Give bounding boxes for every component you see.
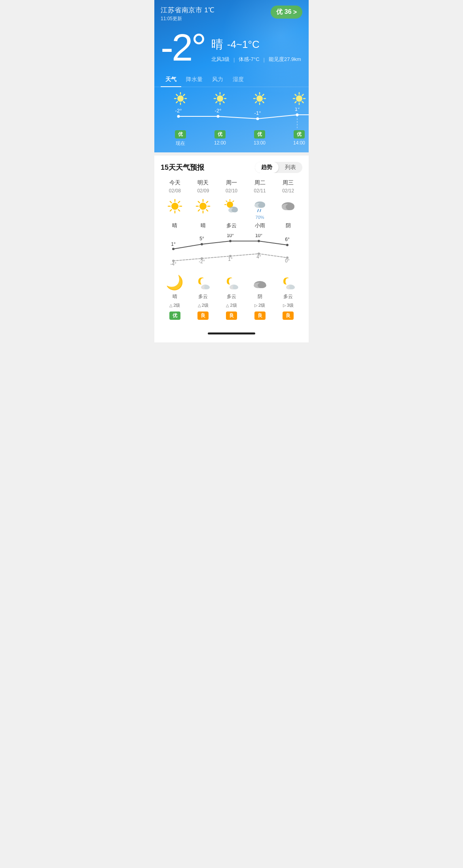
night-cond-4: 多云 bbox=[283, 293, 293, 300]
svg-point-27 bbox=[296, 95, 302, 102]
tab-precip[interactable]: 降水量 bbox=[181, 74, 207, 87]
temp-range: -4~1°C bbox=[227, 38, 260, 51]
wind-0: △ 2级 bbox=[169, 302, 180, 308]
svg-line-74 bbox=[198, 210, 200, 211]
day-label-0: 今天 bbox=[169, 179, 180, 186]
forecast-sun-icon-1 bbox=[194, 198, 212, 215]
svg-text:-2°: -2° bbox=[199, 259, 205, 264]
svg-line-87 bbox=[260, 209, 261, 212]
night-icon-0: 🌙 bbox=[166, 274, 184, 291]
svg-point-113 bbox=[204, 285, 210, 289]
day-date-3: 02/11 bbox=[254, 188, 266, 194]
svg-text:5°: 5° bbox=[199, 236, 204, 241]
svg-point-9 bbox=[217, 95, 223, 102]
svg-point-85 bbox=[258, 203, 265, 208]
wind-arrow-3: ▷ bbox=[254, 303, 258, 308]
svg-line-6 bbox=[184, 102, 185, 103]
day-label-3: 周二 bbox=[254, 179, 266, 186]
svg-line-65 bbox=[170, 210, 172, 211]
forecast-col-1: 明天 02/09 bbox=[189, 179, 218, 194]
day-date-1: 02/09 bbox=[197, 188, 209, 194]
svg-point-122 bbox=[289, 285, 295, 289]
svg-line-32 bbox=[295, 95, 296, 96]
wind-2: △ 2级 bbox=[226, 302, 237, 308]
quality-badge-0: 优 bbox=[169, 311, 180, 320]
cond-2: 多云 bbox=[226, 222, 237, 229]
night-conditions-row: 晴 多云 多云 阴 多云 bbox=[161, 293, 302, 300]
night-cond-2: 多云 bbox=[227, 293, 236, 300]
view-trend-btn[interactable]: 趋势 bbox=[255, 162, 279, 173]
svg-text:-2°: -2° bbox=[175, 108, 182, 114]
top-bar: 江苏省南京市 1℃ 11:05更新 优 36 > bbox=[154, 0, 309, 24]
svg-line-26 bbox=[256, 102, 257, 103]
night-icon-col-3 bbox=[246, 274, 274, 292]
hourly-temp-chart: -2° -2° -1° 1° 1° bbox=[161, 108, 309, 129]
svg-line-15 bbox=[223, 102, 224, 103]
forecast-partly-cloudy-icon bbox=[223, 198, 240, 215]
night-cloud-3 bbox=[251, 274, 269, 292]
night-icon-col-0: 🌙 bbox=[161, 274, 189, 292]
svg-point-52 bbox=[256, 118, 259, 120]
wind-4: ▷ 3级 bbox=[283, 302, 294, 308]
hourly-time-2: 13:00 bbox=[254, 140, 266, 147]
tab-wind[interactable]: 风力 bbox=[207, 74, 228, 87]
svg-line-63 bbox=[178, 210, 180, 211]
svg-text:-1°: -1° bbox=[254, 110, 261, 116]
wind-arrow-0: △ bbox=[169, 303, 173, 308]
wind-level-0: 2级 bbox=[173, 302, 180, 308]
svg-line-62 bbox=[170, 201, 172, 203]
svg-text:10°: 10° bbox=[255, 234, 262, 238]
condition-line: 晴 -4~1°C bbox=[211, 36, 301, 53]
bottom-bar bbox=[154, 329, 309, 342]
forecast-icon-col-3: 70% bbox=[246, 198, 274, 220]
svg-point-90 bbox=[286, 204, 294, 210]
forecast-section: 15天天气预报 趋势 列表 今天 02/08 明天 02/09 周一 02/10… bbox=[154, 156, 309, 329]
svg-text:-2°: -2° bbox=[215, 108, 222, 114]
day-label-1: 明天 bbox=[197, 179, 209, 186]
svg-point-97 bbox=[201, 243, 203, 245]
day-date-4: 02/12 bbox=[282, 188, 294, 194]
view-list-btn[interactable]: 列表 bbox=[279, 162, 302, 173]
condition-text: 晴 bbox=[211, 36, 223, 53]
svg-point-0 bbox=[177, 95, 184, 102]
svg-line-72 bbox=[207, 210, 208, 211]
wind-level-1: 2级 bbox=[202, 302, 209, 308]
temp-chart-container: 1° 5° 10° 10° 6° -4° -2° 1° 4° 0° bbox=[161, 234, 302, 271]
svg-line-79 bbox=[233, 201, 233, 202]
night-icon-col-1 bbox=[189, 274, 218, 292]
svg-point-109 bbox=[258, 253, 260, 255]
tab-weather[interactable]: 天气 bbox=[161, 74, 181, 87]
svg-point-108 bbox=[229, 255, 232, 257]
svg-line-34 bbox=[302, 95, 304, 96]
aqi-badge[interactable]: 优 36 > bbox=[271, 6, 302, 19]
svg-point-51 bbox=[217, 115, 220, 118]
quality-badges-row: 优 良 良 良 良 bbox=[161, 311, 302, 320]
wind-arrow-2: △ bbox=[226, 303, 229, 308]
svg-point-57 bbox=[171, 203, 178, 210]
svg-line-64 bbox=[178, 201, 180, 203]
forecast-icon-col-0 bbox=[161, 198, 189, 220]
cond-0: 晴 bbox=[172, 222, 177, 229]
forecast-icon-col-4 bbox=[274, 198, 302, 220]
svg-text:1°: 1° bbox=[295, 108, 300, 112]
svg-point-96 bbox=[172, 248, 175, 250]
night-moon-cloud-1 bbox=[194, 274, 212, 292]
sun-icon-1 bbox=[213, 91, 228, 106]
svg-point-66 bbox=[199, 203, 207, 210]
night-cond-1: 多云 bbox=[198, 293, 208, 300]
precip-pct-3: 70% bbox=[256, 215, 264, 220]
svg-point-99 bbox=[258, 240, 260, 242]
sun-icon-3 bbox=[292, 91, 307, 106]
svg-line-7 bbox=[184, 95, 185, 96]
night-icons-row: 🌙 bbox=[161, 274, 302, 292]
forecast-icons-row: 70% bbox=[161, 198, 302, 220]
forecast-day-headers: 今天 02/08 明天 02/09 周一 02/10 周二 02/11 周三 0… bbox=[161, 179, 302, 194]
svg-line-25 bbox=[263, 95, 264, 96]
sun-icon-2 bbox=[252, 91, 267, 106]
svg-point-119 bbox=[258, 283, 266, 288]
svg-line-78 bbox=[226, 201, 227, 202]
aqi-pill-2: 优 bbox=[254, 130, 265, 139]
quality-badge-2: 良 bbox=[226, 311, 237, 320]
forecast-icon-col-1 bbox=[189, 198, 218, 220]
tab-humidity[interactable]: 湿度 bbox=[228, 74, 249, 87]
